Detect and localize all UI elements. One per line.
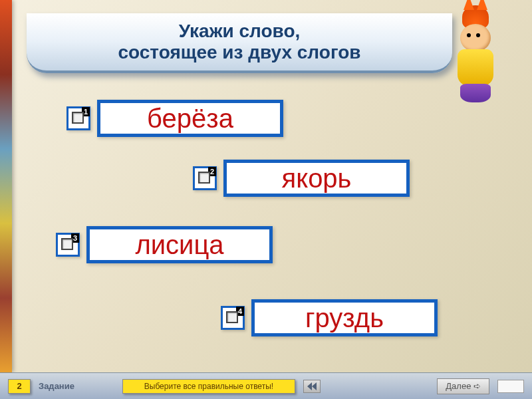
rewind-button[interactable]	[303, 380, 321, 393]
rewind-icon	[307, 382, 317, 390]
hint-box: Выберите все правильные ответы!	[122, 379, 295, 394]
word-text: берёза	[147, 104, 233, 134]
option-4[interactable]: 4 груздь	[221, 299, 438, 336]
title-banner: Укажи слово, состоящее из двух слогов	[27, 13, 452, 73]
word-box-3: лисица	[86, 226, 273, 263]
word-text: якорь	[282, 164, 352, 194]
word-box-1: берёза	[97, 100, 283, 137]
next-label: Далее	[446, 381, 471, 391]
title-line-2: состоящее из двух слогов	[118, 42, 360, 63]
mascot-character	[446, 5, 505, 105]
word-text: груздь	[305, 303, 384, 333]
footer-bar: 2 Задание Выберите все правильные ответы…	[0, 372, 532, 399]
progress-box	[497, 380, 524, 393]
option-1[interactable]: 1 берёза	[66, 100, 283, 137]
checkbox-4[interactable]: 4	[221, 306, 245, 330]
option-2[interactable]: 2 якорь	[193, 160, 410, 197]
word-box-2: якорь	[223, 160, 410, 197]
checkbox-3[interactable]: 3	[56, 233, 80, 257]
checkbox-1[interactable]: 1	[66, 106, 90, 130]
task-label: Задание	[39, 381, 74, 391]
decorative-left-strip	[0, 0, 12, 372]
next-button[interactable]: Далее ➪	[437, 378, 489, 394]
checkbox-2[interactable]: 2	[193, 166, 217, 190]
option-3[interactable]: 3 лисица	[56, 226, 273, 263]
word-text: лисица	[135, 230, 223, 260]
task-number-badge: 2	[8, 379, 31, 394]
title-line-1: Укажи слово,	[179, 21, 301, 42]
word-box-4: груздь	[251, 299, 438, 336]
